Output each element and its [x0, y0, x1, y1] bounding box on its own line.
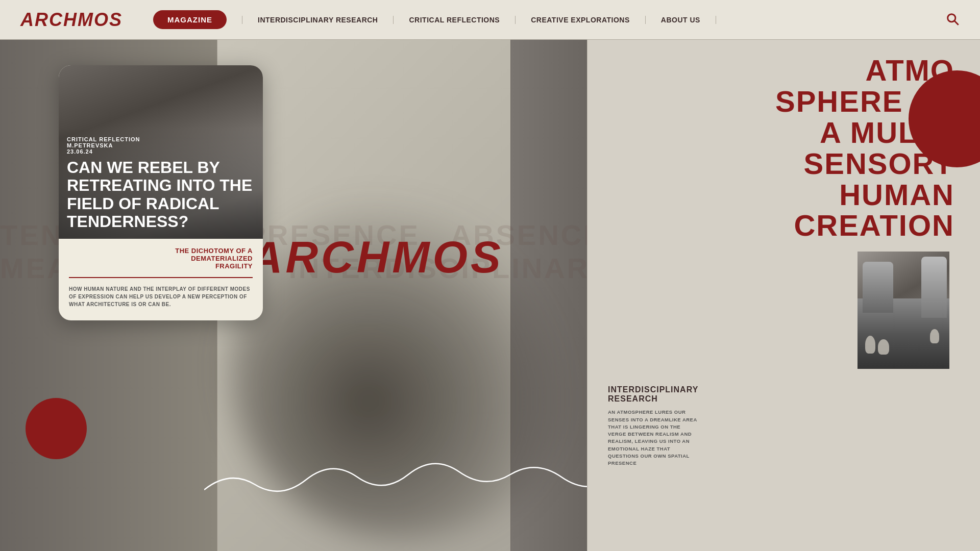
card-title: CAN WE REBEL BY RETREATING INTO THE FIEL… — [67, 159, 255, 231]
nav-link-creative[interactable]: CREATIVE EXPLORATIONS — [516, 16, 646, 24]
logo[interactable]: ARCHMOS — [20, 9, 122, 31]
svg-line-1 — [954, 21, 959, 25]
card-subtitle: THE DICHOTOMY OF A DEMATERIALIZED FRAGIL… — [69, 247, 253, 270]
right-article-image — [857, 252, 949, 369]
nav-link-interdisciplinary[interactable]: INTERDISCIPLINARY RESEARCH — [242, 16, 394, 24]
search-button[interactable] — [945, 12, 960, 28]
header: ARCHMOS MAGAZINE INTERDISCIPLINARY RESEA… — [0, 0, 980, 40]
nav-link-about[interactable]: ABOUT US — [646, 16, 716, 24]
card-divider — [69, 277, 253, 278]
nav-magazine-button[interactable]: MAGAZINE — [153, 10, 227, 29]
card-image-overlay: CRITICAL REFLECTION M.PETREVSKA 23.06.24… — [59, 128, 263, 239]
nav-link-critical[interactable]: CRITICAL REFLECTIONS — [394, 16, 516, 24]
card-description: HOW HUMAN NATURE AND THE INTERPLAY OF DI… — [69, 285, 253, 308]
card-date: 23.06.24 — [67, 148, 255, 155]
card-category: CRITICAL REFLECTION — [67, 136, 255, 142]
right-panel-headline: ATMO SPHERE AS A MULTI- SENSORY HUMAN CR… — [608, 55, 960, 241]
right-article-category: INTERDISCIPLINARYRESEARCH — [608, 385, 960, 404]
card-body: THE DICHOTOMY OF A DEMATERIALIZED FRAGIL… — [59, 239, 263, 320]
navigation: MAGAZINE INTERDISCIPLINARY RESEARCH CRIT… — [153, 10, 945, 29]
right-article-description: AN ATMOSPHERE LURES OUR SENSES INTO A DR… — [608, 409, 700, 467]
red-circle-left — [26, 398, 87, 459]
card-image: CRITICAL REFLECTION M.PETREVSKA 23.06.24… — [59, 65, 263, 239]
svg-point-0 — [948, 14, 955, 21]
card-author: M.PETREVSKA — [67, 142, 255, 148]
search-icon — [945, 12, 960, 26]
archmos-hero-text: ARCHMOS — [250, 231, 504, 283]
article-card[interactable]: CRITICAL REFLECTION M.PETREVSKA 23.06.24… — [59, 65, 263, 320]
right-panel: ATMO SPHERE AS A MULTI- SENSORY HUMAN CR… — [587, 40, 980, 551]
main-content: TENDERNESS PRESENCE ABSENCE FORM STRUCTU… — [0, 40, 980, 551]
